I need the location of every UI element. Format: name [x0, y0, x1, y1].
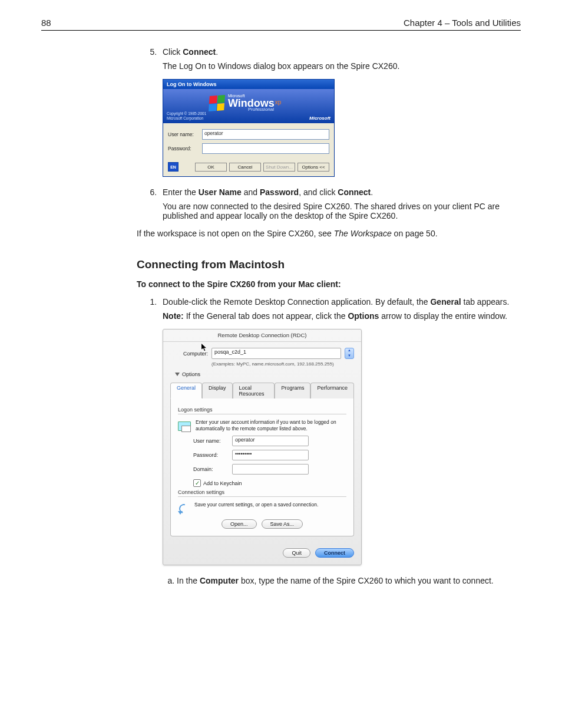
computer-label: Computer: — [170, 351, 208, 357]
step-5-text: Click Connect. — [163, 47, 218, 57]
options-disclosure[interactable]: Options — [175, 371, 354, 377]
computer-input[interactable]: posqa_c2d_1 — [211, 348, 341, 359]
procedure-lead: To connect to the Spire CX260 from your … — [137, 279, 521, 289]
rdc-title: Remote Desktop Connection (RDC) — [163, 330, 361, 342]
password-input[interactable] — [202, 143, 329, 154]
language-indicator[interactable]: EN — [168, 162, 178, 172]
sub-step-a: In the Computer box, type the name of th… — [177, 576, 521, 585]
mac-step-1-text: Double-click the Remote Desktop Connecti… — [163, 297, 509, 307]
mac-password-input[interactable]: ••••••••• — [232, 450, 309, 460]
step-5: Click Connect. The Log On to Windows dia… — [159, 47, 521, 177]
logon-windows-dialog: Log On to Windows Microsoft Windowsxp Pr… — [163, 79, 335, 177]
step-6: Enter the User Name and Password, and cl… — [159, 187, 521, 220]
dialog-title: Log On to Windows — [163, 80, 334, 89]
page-number: 88 — [41, 18, 51, 28]
logon-help-text: Enter your user account information if y… — [196, 419, 346, 432]
connection-help-text: Save your current settings, or open a sa… — [194, 502, 318, 515]
username-input[interactable]: operator — [202, 129, 329, 140]
logon-icon — [178, 420, 191, 432]
dialog-banner: Microsoft Windowsxp Professional Copyrig… — [163, 89, 334, 123]
step-5-desc: The Log On to Windows dialog box appears… — [163, 61, 521, 71]
divider — [178, 414, 346, 414]
mac-step-1: Double-click the Remote Desktop Connecti… — [159, 297, 521, 585]
workspace-note: If the workspace is not open on the Spir… — [137, 229, 521, 238]
step-6-text: Enter the User Name and Password, and cl… — [163, 187, 373, 197]
chapter-title: Chapter 4 – Tools and Utilities — [404, 18, 521, 28]
connect-button[interactable]: Connect — [315, 548, 354, 558]
shutdown-button: Shut Down... — [263, 163, 295, 172]
general-panel: Logon settings Enter your user account i… — [170, 398, 354, 536]
tab-programs[interactable]: Programs — [275, 383, 310, 398]
mac-username-input[interactable]: operator — [232, 436, 309, 446]
mac-step-1-note: Note: If the General tab does not appear… — [163, 311, 521, 321]
save-as-button[interactable]: Save As... — [262, 519, 303, 529]
computer-stepper[interactable]: ▲▼ — [345, 348, 354, 359]
computer-hint: (Examples: MyPC, name.microsoft.com, 192… — [211, 361, 354, 367]
tab-bar: General Display Local Resources Programs… — [170, 382, 354, 398]
tab-general[interactable]: General — [170, 383, 202, 398]
quit-button[interactable]: Quit — [283, 548, 310, 558]
mac-domain-input[interactable] — [232, 464, 309, 475]
tab-local-resources[interactable]: Local Resources — [233, 383, 275, 398]
rdc-dialog: Remote Desktop Connection (RDC) Computer… — [163, 329, 362, 565]
keychain-checkbox[interactable]: ✓ — [193, 479, 201, 487]
divider — [178, 496, 346, 497]
open-button[interactable]: Open... — [222, 519, 257, 529]
mac-password-label: Password: — [193, 452, 232, 458]
windows-logo: Microsoft Windowsxp Professional — [209, 94, 281, 112]
step-6-desc: You are now connected to the desired Spi… — [163, 202, 521, 220]
tab-display[interactable]: Display — [202, 383, 233, 398]
password-label: Password: — [168, 146, 199, 151]
microsoft-brand: Microsoft — [309, 116, 330, 121]
cancel-button[interactable]: Cancel — [229, 163, 261, 172]
tab-performance[interactable]: Performance — [310, 383, 354, 398]
logon-settings-label: Logon settings — [178, 407, 346, 413]
disclosure-triangle-icon — [175, 373, 180, 376]
options-button[interactable]: Options << — [297, 163, 329, 172]
mac-username-label: User name: — [193, 438, 232, 444]
connection-icon — [178, 503, 190, 515]
mac-domain-label: Domain: — [193, 466, 232, 472]
username-label: User name: — [168, 131, 199, 137]
keychain-label: Add to Keychain — [203, 480, 242, 486]
copyright-text: Copyright © 1985-2001 Microsoft Corporat… — [167, 111, 206, 121]
windows-flag-icon — [209, 95, 225, 111]
ok-button[interactable]: OK — [195, 163, 227, 172]
connection-settings-label: Connection settings — [178, 489, 346, 495]
section-heading: Connecting from Macintosh — [137, 258, 521, 271]
